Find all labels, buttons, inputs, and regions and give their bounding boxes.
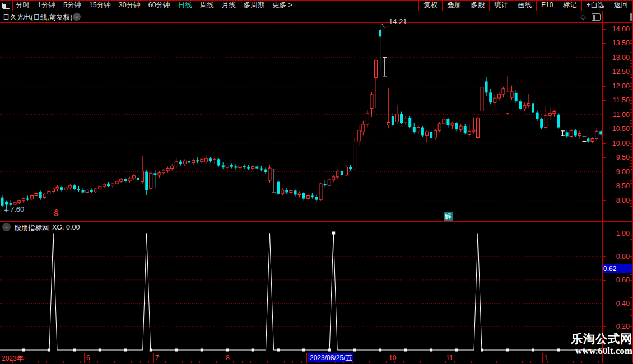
candlestick-chart[interactable] (0, 22, 602, 221)
jie-event-marker: 解 (444, 212, 453, 221)
action-menu: 复权叠加多股统计画线F10标记+自选返回 (418, 0, 633, 11)
period-menu: 分时1分钟5分钟15分钟30分钟60分钟日线周线月线多周期更多 > (16, 0, 292, 11)
price-tick-label: 10.50 (604, 125, 630, 133)
selected-date-label: 2023/08/25/五 (308, 353, 353, 362)
time-axis-label: 7 (155, 354, 159, 362)
price-tick-label: 10.00 (604, 139, 630, 147)
indicator-name[interactable]: 股朋指标网 (14, 223, 49, 233)
price-tick-label: 12.50 (604, 68, 630, 76)
price-axis: 14.0013.5013.0012.5012.0011.5011.0010.50… (602, 22, 633, 221)
menu-item-标记[interactable]: 标记 (558, 0, 581, 11)
time-axis-label: 6 (86, 354, 90, 362)
indicator-tick-label: 1.00 (604, 230, 630, 237)
time-axis[interactable]: 2023年678101112023/08/25/五 (0, 353, 633, 363)
menu-item-日线[interactable]: 日线 (178, 1, 192, 10)
xg-indicator-chart[interactable] (0, 222, 602, 353)
indicator-tick-label: 0.80 (604, 253, 630, 260)
menu-item-30分钟[interactable]: 30分钟 (119, 1, 141, 10)
diamond-icon[interactable]: ◇ (580, 12, 586, 21)
indicator-tick-label: 0.60 (604, 276, 630, 284)
month-tick (444, 353, 444, 363)
time-axis-label: 1 (544, 354, 548, 362)
menu-item-周线[interactable]: 周线 (200, 1, 214, 10)
month-tick (387, 353, 387, 363)
watermark-line1: 乐淘公式网 (554, 332, 632, 346)
split-panel-icon[interactable] (592, 13, 601, 21)
menu-item-复权[interactable]: 复权 (418, 0, 442, 11)
watermark: 乐淘公式网 www.60lt.com (554, 332, 632, 357)
sidebar-toggle-button[interactable] (0, 1, 13, 11)
price-tick-label: 9.50 (604, 153, 630, 161)
price-tick-label: 11.50 (604, 96, 630, 104)
menu-item-F10[interactable]: F10 (536, 0, 558, 11)
title-bar: 日久光电(日线,前复权) ⌄ ◇ (0, 11, 633, 22)
menu-item-月线[interactable]: 月线 (222, 1, 236, 10)
panel-toggle-icon (2, 3, 10, 9)
menu-item-多周期[interactable]: 多周期 (244, 1, 265, 10)
menu-item-+自选[interactable]: +自选 (581, 0, 609, 11)
low-price-label: ←7.60 (3, 205, 24, 213)
chevron-down-icon[interactable]: ⌄ (73, 13, 81, 21)
month-tick (84, 353, 85, 363)
time-axis-label: 10 (389, 354, 396, 362)
price-tick-label: 8.50 (604, 182, 630, 190)
axis-border (602, 11, 603, 363)
indicator-value: XG: 0.00 (52, 223, 80, 231)
month-tick (224, 353, 224, 363)
month-tick (306, 353, 307, 363)
price-tick-label: 8.00 (604, 197, 630, 204)
time-axis-label: 2023年 (2, 354, 24, 363)
time-axis-label: 11 (446, 354, 453, 362)
stock-title: 日久光电(日线,前复权) (3, 13, 72, 22)
indicator-tick-label: 0.40 (604, 300, 630, 307)
menu-bar: 分时1分钟5分钟15分钟30分钟60分钟日线周线月线多周期更多 > 复权叠加多股… (0, 0, 633, 11)
price-tick-label: 13.50 (604, 39, 630, 47)
menu-item-5分钟[interactable]: 5分钟 (63, 1, 81, 10)
menu-item-返回[interactable]: 返回 (609, 0, 633, 11)
watermark-line2: www.60lt.com (554, 346, 632, 357)
indicator-tick-label: 0.20 (604, 323, 630, 330)
menu-item-更多 >[interactable]: 更多 > (272, 1, 292, 10)
divider (0, 363, 633, 363)
divider (0, 0, 633, 1)
price-tick-label: 13.00 (604, 54, 630, 62)
price-tick-label: 9.00 (604, 168, 630, 176)
chevron-down-icon[interactable]: ⌄ (2, 223, 11, 231)
signal-s-marker: Ŝ (54, 209, 59, 218)
trading-app-window: 分时1分钟5分钟15分钟30分钟60分钟日线周线月线多周期更多 > 复权叠加多股… (0, 0, 633, 364)
menu-item-多股[interactable]: 多股 (466, 0, 489, 11)
menu-item-叠加[interactable]: 叠加 (442, 0, 466, 11)
price-tick-label: 12.00 (604, 82, 630, 90)
month-tick (542, 353, 543, 363)
menu-item-分时[interactable]: 分时 (16, 1, 30, 10)
high-price-label: 14.21 (389, 17, 407, 26)
price-tick-label: 14.00 (604, 25, 630, 33)
price-tick-label: 11.00 (604, 111, 630, 119)
menu-item-60分钟[interactable]: 60分钟 (148, 1, 170, 10)
crosshair-value-box: 0.62 (602, 264, 633, 273)
menu-item-统计[interactable]: 统计 (489, 0, 513, 11)
menu-item-画线[interactable]: 画线 (513, 0, 536, 11)
time-axis-label: 8 (226, 354, 230, 362)
menu-item-1分钟[interactable]: 1分钟 (38, 1, 55, 10)
month-tick (153, 353, 154, 363)
menu-item-15分钟[interactable]: 15分钟 (89, 1, 111, 10)
